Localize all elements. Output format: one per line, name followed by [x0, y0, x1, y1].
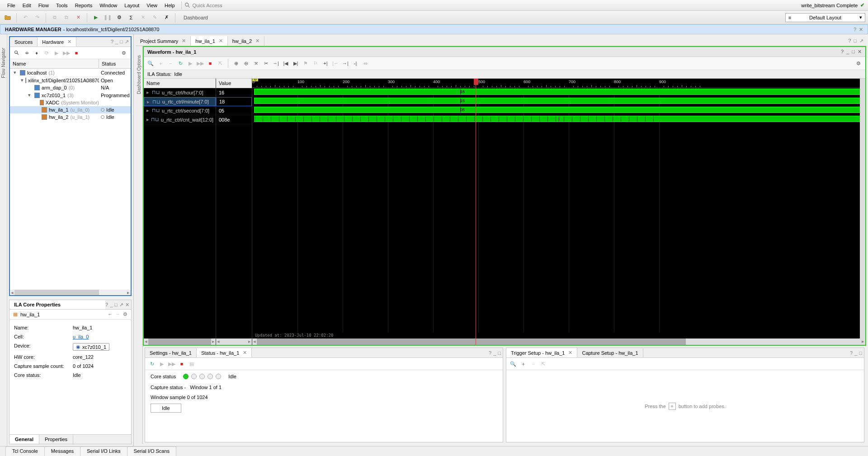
search-icon[interactable]: 🔍	[146, 59, 155, 67]
remove-button[interactable]: －	[166, 59, 175, 67]
gear-icon[interactable]: ⚙	[854, 59, 863, 67]
tab-status[interactable]: Status - hw_ila_1✕	[197, 348, 252, 357]
waveform-canvas[interactable]: 0 0100200300400500600700800900 161805 Up…	[252, 79, 865, 345]
tab-messages[interactable]: Messages	[44, 447, 80, 456]
goto-cursor-button[interactable]: →|	[272, 59, 280, 67]
tab-general[interactable]: General	[9, 435, 39, 444]
close-icon[interactable]: ✕	[859, 27, 863, 33]
wave-row[interactable]: 05	[252, 106, 865, 115]
help-icon[interactable]: ?	[489, 350, 491, 356]
expand-icon[interactable]: ▾	[21, 77, 24, 83]
minimize-icon[interactable]: _	[493, 350, 496, 356]
maximize-icon[interactable]: □	[852, 49, 855, 55]
tab-sources[interactable]: Sources	[10, 38, 38, 47]
wf-signal-value[interactable]: 008e	[216, 115, 252, 124]
tab-hardware[interactable]: Hardware✕	[38, 37, 76, 47]
tab-hw-ila-1[interactable]: hw_ila_1✕	[191, 36, 227, 46]
add-probe-button[interactable]: ＋	[519, 360, 527, 368]
copy-button[interactable]: ⧉	[50, 13, 60, 23]
fast-forward-button[interactable]: ▶▶	[196, 59, 204, 67]
zoom-out-button[interactable]: ⊖	[242, 59, 250, 67]
maximize-icon[interactable]: □	[120, 39, 123, 45]
expand-icon[interactable]: ▸	[146, 108, 150, 113]
menu-layout[interactable]: Layout	[121, 3, 143, 8]
back-button[interactable]: ←	[108, 311, 113, 317]
refresh-button[interactable]: ↻	[148, 360, 156, 368]
remove-probe-button[interactable]: －	[529, 360, 537, 368]
sigma-button[interactable]: Σ	[126, 13, 136, 23]
popout-icon[interactable]: ↗	[119, 302, 123, 308]
tab-hw-ila-2[interactable]: hw_ila_2✕	[228, 36, 264, 46]
redo-button[interactable]: ↷	[32, 13, 42, 23]
maximize-icon[interactable]: □	[859, 350, 862, 356]
play-button[interactable]: ▶	[158, 360, 166, 368]
close-icon[interactable]: ✕	[255, 38, 259, 44]
help-icon[interactable]: ?	[841, 49, 844, 55]
column-name[interactable]: Name	[10, 59, 99, 68]
menu-edit[interactable]: Edit	[19, 3, 35, 8]
help-icon[interactable]: ?	[105, 302, 108, 308]
play-button[interactable]: ▶	[52, 49, 61, 57]
hscrollbar[interactable]: ◂ ▸	[252, 338, 865, 345]
tab-project-summary[interactable]: Project Summary✕	[136, 36, 191, 46]
expand-icon[interactable]	[35, 100, 38, 105]
tab-tcl-console[interactable]: Tcl Console	[5, 447, 45, 456]
hw-tree-row[interactable]: ▾xc7z010_1 (3)Programmed	[10, 91, 131, 99]
add-cursor-button[interactable]: +|	[321, 59, 330, 67]
minimize-icon[interactable]: _	[115, 39, 118, 45]
clear-edit-button[interactable]: ✗	[161, 13, 171, 23]
stop-button[interactable]: ■	[206, 59, 214, 67]
wf-signal-value[interactable]: 05	[216, 106, 252, 115]
wf-col-value[interactable]: Value	[216, 79, 252, 88]
link-button[interactable]: ⇔	[361, 59, 369, 67]
refresh-button[interactable]: ⟳	[42, 49, 51, 57]
close-icon[interactable]: ✕	[219, 38, 223, 44]
stop-button[interactable]: ■	[178, 360, 186, 368]
hscrollbar[interactable]: ◂▸	[216, 338, 252, 345]
play-button[interactable]: ▶	[186, 59, 194, 67]
edit-button[interactable]: ✎	[150, 13, 160, 23]
column-status[interactable]: Status	[99, 59, 131, 68]
prop-cell-value[interactable]: u_ila_0	[73, 334, 89, 339]
vscrollbar[interactable]	[860, 79, 865, 338]
marker2-button[interactable]: ⚐	[311, 59, 320, 67]
quick-access[interactable]: Quick Access	[184, 2, 222, 9]
wf-signal-name[interactable]: ▸⊓⊔u_rtc_ctrl/hour[7:0]	[144, 88, 216, 97]
wf-signal-value[interactable]: 16	[216, 88, 252, 97]
zoom-fit-button[interactable]: ⤧	[252, 59, 260, 67]
wf-col-name[interactable]: Name	[144, 79, 216, 88]
search-icon[interactable]	[13, 49, 21, 57]
menu-flow[interactable]: Flow	[35, 3, 52, 8]
refresh-button[interactable]: ↻	[176, 59, 184, 67]
hw-tree-row[interactable]: XADC (System Monitor)	[10, 99, 131, 106]
hw-tree-row[interactable]: ▾xilinx_tcf/Digilent/210251A08870Open	[10, 76, 131, 84]
help-icon[interactable]: ?	[848, 38, 851, 44]
time-ruler[interactable]: 0100200300400500600700800900	[252, 79, 865, 88]
tab-trigger-setup[interactable]: Trigger Setup - hw_ila_1✕	[506, 348, 577, 357]
wf-signal-name[interactable]: ▸⊓⊔u_rtc_ctrl/minute[7:0]	[144, 97, 216, 106]
maximize-icon[interactable]: □	[854, 38, 857, 44]
wf-signal-name[interactable]: ▸⊓⊔u_rtc_ctrl/second[7:0]	[144, 106, 216, 115]
hscrollbar[interactable]: ◂▸	[144, 338, 216, 345]
dashboard-options-rail[interactable]: Dashboard Options	[136, 46, 143, 444]
popout-icon[interactable]: ↗	[125, 39, 129, 45]
cursor-left-button[interactable]: |←	[331, 59, 340, 67]
tab-properties[interactable]: Properties	[39, 435, 73, 444]
minimize-icon[interactable]: _	[110, 302, 113, 308]
next-trans-button[interactable]: ▶|	[292, 59, 300, 67]
cut-button[interactable]: ✂	[262, 59, 270, 67]
wave-row[interactable]: 18	[252, 97, 865, 106]
undo-button[interactable]: ↶	[20, 13, 30, 23]
close-icon[interactable]: ✕	[67, 39, 71, 45]
help-icon[interactable]: ?	[850, 350, 853, 356]
add-button[interactable]: ＋	[156, 59, 165, 67]
close-icon[interactable]: ✕	[125, 302, 129, 308]
menu-reports[interactable]: Reports	[71, 3, 96, 8]
flow-navigator-rail[interactable]: Flow Navigator	[0, 34, 7, 446]
cancel-button[interactable]: ✕	[73, 13, 83, 23]
maximize-icon[interactable]: □	[498, 350, 501, 356]
forward-button[interactable]: →	[115, 311, 120, 317]
expand-icon[interactable]: ▾	[14, 70, 18, 75]
gear-icon[interactable]: ⚙	[123, 311, 127, 317]
hw-tree-row[interactable]: arm_dap_0 (0)N/A	[10, 84, 131, 91]
